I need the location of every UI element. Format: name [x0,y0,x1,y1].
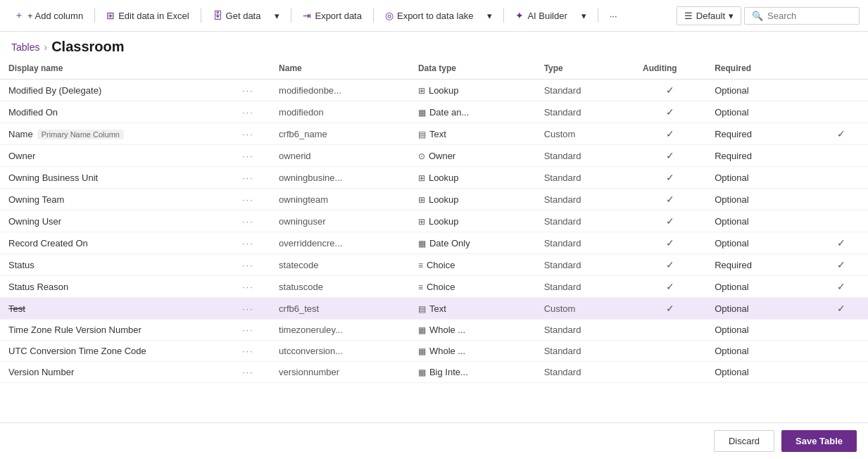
cell-required: Optional [706,276,814,298]
columns-table-container: Display name Name Data type Type Auditin… [0,58,868,422]
cell-context-menu[interactable]: ··· [234,210,270,232]
divider-1 [94,8,95,23]
table-header-row: Display name Name Data type Type Auditin… [0,58,868,80]
export-lake-button[interactable]: ◎ Export to data lake [379,6,479,25]
cell-custom-type: Standard [536,80,634,101]
cell-custom-type: Standard [536,341,634,362]
cell-auditing: ✓ [634,254,706,276]
type-icon: ▤ [418,130,426,139]
cell-auditing: ✓ [634,232,706,254]
cell-required: Optional [706,167,814,189]
type-icon: ▦ [418,367,426,377]
table-row[interactable]: Modified On···modifiedon▦Date an...Stand… [0,101,868,123]
type-icon: ≡ [418,260,423,270]
get-data-chevron[interactable]: ▾ [269,7,285,25]
cell-data-type: ▤Text [410,298,536,320]
cell-context-menu[interactable]: ··· [234,80,270,101]
type-label: Text [429,303,446,314]
cell-custom-type: Standard [536,101,634,123]
managed-checkmark: ✓ [837,128,845,139]
cell-auditing [634,362,706,383]
lake-icon: ◎ [385,10,394,21]
table-row[interactable]: Record Created On···overriddencre...▦Dat… [0,232,868,254]
excel-icon: ⊞ [106,10,115,21]
discard-button[interactable]: Discard [714,430,774,452]
cell-data-type: ▦Whole ... [410,341,536,362]
cell-custom-type: Standard [536,167,634,189]
cell-auditing: ✓ [634,123,706,145]
table-row[interactable]: Modified By (Delegate)···modifiedonbe...… [0,80,868,101]
cell-required: Required [706,254,814,276]
breadcrumb-tables-link[interactable]: Tables [11,42,39,53]
cell-required: Optional [706,320,814,341]
cell-context-menu[interactable]: ··· [234,341,270,362]
cell-display-name: UTC Conversion Time Zone Code [0,341,234,362]
divider-5 [503,8,504,23]
search-box[interactable]: 🔍 [744,7,860,25]
cell-context-menu[interactable]: ··· [234,276,270,298]
cell-custom-type: Standard [536,276,634,298]
table-row[interactable]: Time Zone Rule Version Number···timezone… [0,320,868,341]
edit-excel-button[interactable]: ⊞ Edit data in Excel [101,6,194,25]
cell-managed [814,80,868,101]
save-table-button[interactable]: Save Table [781,430,857,452]
table-row[interactable]: Status Reason···statuscode≡ChoiceStandar… [0,276,868,298]
export-icon: ⇥ [303,10,311,21]
col-header-managed [814,58,868,80]
search-input[interactable] [767,11,852,21]
add-column-button[interactable]: ＋ + Add column [8,6,89,25]
cell-context-menu[interactable]: ··· [234,123,270,145]
table-row[interactable]: UTC Conversion Time Zone Code···utcconve… [0,341,868,362]
cell-required: Optional [706,341,814,362]
type-icon: ⊞ [418,195,425,205]
cell-context-menu[interactable]: ··· [234,145,270,167]
export-data-button[interactable]: ⇥ Export data [297,6,367,25]
cell-display-name: Owning User [0,210,234,232]
cell-context-menu[interactable]: ··· [234,362,270,383]
type-icon: ⊞ [418,217,425,227]
table-row[interactable]: Version Number···versionnumber▦Big Inte.… [0,362,868,383]
more-button[interactable]: ··· [604,7,623,25]
toolbar: ＋ + Add column ⊞ Edit data in Excel 🗄 Ge… [0,0,868,32]
divider-6 [598,8,598,23]
cell-logical-name: utcconversion... [270,341,410,362]
cell-logical-name: statuscode [270,276,410,298]
ai-builder-button[interactable]: ✦ AI Builder [510,6,572,25]
auditing-checkmark: ✓ [666,259,674,270]
table-row[interactable]: NamePrimary Name Column···crfb6_name▤Tex… [0,123,868,145]
cell-managed: ✓ [814,232,868,254]
cell-context-menu[interactable]: ··· [234,254,270,276]
cell-context-menu[interactable]: ··· [234,232,270,254]
ai-chevron[interactable]: ▾ [576,7,592,25]
table-row[interactable]: Owner···ownerid⊙OwnerStandard✓Required [0,145,868,167]
cell-context-menu[interactable]: ··· [234,167,270,189]
ai-icon: ✦ [515,10,524,21]
table-row[interactable]: Owning Business Unit···owningbusine...⊞L… [0,167,868,189]
cell-display-name: Test [0,298,234,320]
cell-logical-name: versionnumber [270,362,410,383]
export-lake-chevron[interactable]: ▾ [482,7,498,25]
cell-context-menu[interactable]: ··· [234,298,270,320]
cell-context-menu[interactable]: ··· [234,189,270,210]
type-label: Choice [427,282,455,292]
cell-logical-name: modifiedon [270,101,410,123]
cell-context-menu[interactable]: ··· [234,101,270,123]
cell-logical-name: ownerid [270,145,410,167]
cell-display-name: Modified On [0,101,234,123]
managed-checkmark: ✓ [837,303,845,314]
cell-logical-name: owningbusine... [270,167,410,189]
cell-data-type: ≡Choice [410,254,536,276]
chevron-down-icon: ▾ [581,11,586,21]
auditing-checkmark: ✓ [666,237,674,249]
table-row[interactable]: Status···statecode≡ChoiceStandard✓Requir… [0,254,868,276]
table-row[interactable]: Owning Team···owningteam⊞LookupStandard✓… [0,189,868,210]
table-row[interactable]: Owning User···owninguser⊞LookupStandard✓… [0,210,868,232]
cell-custom-type: Custom [536,298,634,320]
cell-auditing: ✓ [634,145,706,167]
get-data-button[interactable]: 🗄 Get data [207,6,267,25]
footer: Discard Save Table [0,422,868,459]
cell-context-menu[interactable]: ··· [234,320,270,341]
table-row[interactable]: Test···crfb6_test▤TextCustom✓Optional✓ [0,298,868,320]
cell-auditing: ✓ [634,167,706,189]
default-view-selector[interactable]: ☰ Default ▾ [677,6,741,25]
